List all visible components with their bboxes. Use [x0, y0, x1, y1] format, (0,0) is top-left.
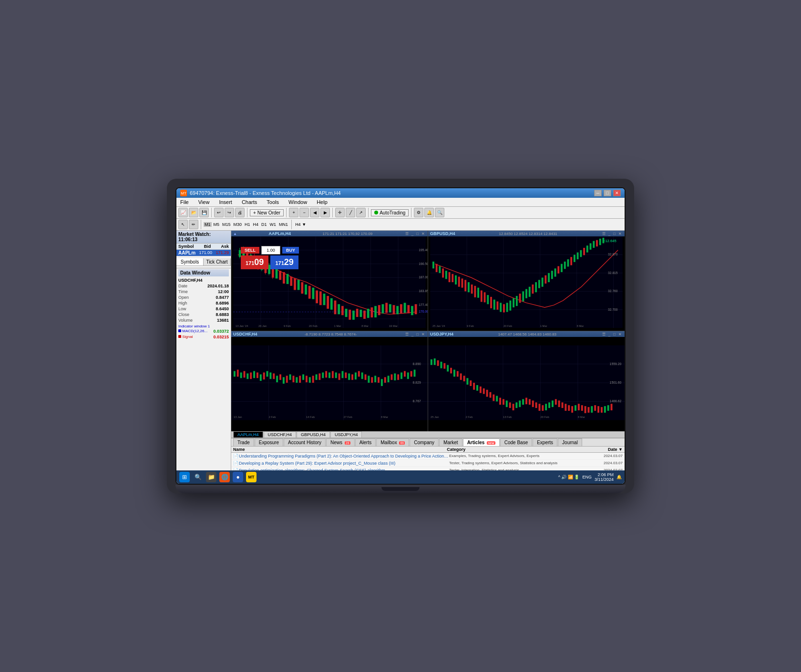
chart-close-icon[interactable]: ✕: [421, 232, 426, 236]
chart-gbpusd-min[interactable]: _: [607, 232, 611, 236]
redo-icon[interactable]: ↪: [225, 208, 234, 217]
crosshair-icon[interactable]: ✛: [335, 208, 345, 217]
chart-menu-icon[interactable]: ☰: [404, 232, 410, 236]
zoom-out-icon[interactable]: −: [299, 208, 309, 217]
menu-charts[interactable]: Charts: [240, 199, 259, 205]
notifications-icon[interactable]: 🔔: [616, 475, 622, 479]
svg-rect-122: [516, 296, 518, 306]
article-row-1[interactable]: 📄 Understanding Programming Paradigms (P…: [231, 453, 625, 460]
chart-minimize-icon[interactable]: _: [411, 232, 414, 236]
quantity-input[interactable]: [261, 246, 280, 255]
scroll-left-icon[interactable]: ◀: [310, 208, 319, 217]
alert-icon[interactable]: 🔔: [424, 208, 434, 217]
market-watch-row[interactable]: AAPLm 171.00 171.29: [176, 250, 231, 256]
chart-usdchf-max[interactable]: □: [415, 332, 420, 336]
browser-taskbar-icon[interactable]: 🌐: [219, 472, 230, 482]
price-display-row: 17109 17129: [241, 255, 299, 269]
chart-usdchf-close[interactable]: ✕: [421, 332, 426, 336]
svg-rect-252: [470, 380, 472, 386]
buy-button[interactable]: BUY: [282, 247, 299, 254]
tick-chart-tab[interactable]: Tick Chart: [204, 258, 231, 265]
menu-help[interactable]: Help: [315, 199, 329, 205]
print-icon[interactable]: 🖨: [235, 208, 245, 217]
chart-usdchf-menu[interactable]: ☰: [404, 332, 410, 336]
maximize-button[interactable]: □: [604, 190, 611, 196]
arrow-icon[interactable]: ↗: [356, 208, 366, 217]
svg-rect-259: [493, 395, 494, 401]
article-row-3[interactable]: 📄 Population optimization algorithms: Ch…: [231, 467, 625, 470]
files-taskbar-icon[interactable]: 📁: [206, 472, 216, 482]
settings-icon[interactable]: ⚙: [414, 208, 423, 217]
search-icon-tb[interactable]: 🔍: [435, 208, 444, 217]
zoom-in-icon[interactable]: +: [289, 208, 298, 217]
chart-tab-usdchf[interactable]: USDCHF,H4: [264, 431, 297, 438]
drawing-tool[interactable]: ✏: [189, 220, 198, 229]
symbols-tab[interactable]: Symbols: [176, 258, 204, 265]
chart-gbpusd-menu[interactable]: ☰: [601, 232, 606, 236]
tab-articles[interactable]: Articles new: [463, 438, 500, 446]
tab-exposure[interactable]: Exposure: [255, 438, 283, 446]
tf-m1[interactable]: M1: [204, 222, 212, 227]
chart-usdjpy-close[interactable]: ✕: [617, 332, 623, 336]
menu-window[interactable]: Window: [287, 199, 309, 205]
opera-taskbar-icon[interactable]: ●: [233, 472, 243, 482]
chart-tab-aaplm[interactable]: AAPLm,H4: [233, 431, 263, 438]
tf-h1[interactable]: H1: [244, 222, 251, 227]
tab-journal[interactable]: Journal: [558, 438, 582, 446]
chart-usdjpy-menu[interactable]: ☰: [601, 332, 606, 336]
tab-market[interactable]: Market: [439, 438, 462, 446]
tf-m5[interactable]: M5: [213, 222, 221, 227]
tab-company[interactable]: Company: [410, 438, 439, 446]
sell-button[interactable]: SELL: [241, 247, 259, 254]
undo-icon[interactable]: ↩: [214, 208, 224, 217]
mt4-taskbar-icon[interactable]: MT: [246, 472, 257, 482]
tf-mn1[interactable]: MN1: [278, 222, 289, 227]
new-chart-icon[interactable]: 📈: [178, 208, 188, 217]
article-title-2: Developing a Replay System (Part 29): Ex…: [239, 461, 449, 466]
tf-m30[interactable]: M30: [233, 222, 243, 227]
cursor-tool[interactable]: ↖: [178, 220, 188, 229]
tab-alerts[interactable]: Alerts: [355, 438, 376, 446]
menu-file[interactable]: File: [178, 199, 191, 205]
chart-usdchf-min[interactable]: _: [411, 332, 414, 336]
left-panel: Market Watch: 11:06:13 Symbol Bid Ask AA…: [176, 231, 231, 470]
chart-tab-gbpusd[interactable]: GBPUSD,H4: [297, 431, 330, 438]
tf-m15[interactable]: M15: [221, 222, 232, 227]
svg-rect-59: [370, 307, 373, 317]
tab-experts[interactable]: Experts: [533, 438, 557, 446]
autotrading-button[interactable]: AutoTrading: [371, 209, 409, 216]
tab-news[interactable]: News 28: [326, 438, 355, 446]
menu-insert[interactable]: Insert: [217, 199, 234, 205]
save-icon[interactable]: 💾: [199, 208, 209, 217]
search-taskbar-icon[interactable]: 🔍: [193, 472, 203, 482]
tab-codebase[interactable]: Code Base: [500, 438, 532, 446]
start-button-taskbar[interactable]: ⊞: [179, 472, 190, 482]
svg-rect-275: [545, 404, 547, 410]
scroll-right-icon[interactable]: ▶: [320, 208, 330, 217]
menu-view[interactable]: View: [196, 199, 212, 205]
menu-tools[interactable]: Tools: [265, 199, 281, 205]
chart-maximize-icon[interactable]: □: [415, 232, 420, 236]
tab-trade[interactable]: Trade: [233, 438, 254, 446]
tf-d1[interactable]: D1: [260, 222, 268, 227]
tab-account-history[interactable]: Account History: [284, 438, 326, 446]
svg-rect-183: [283, 377, 285, 384]
close-button[interactable]: ✕: [613, 190, 621, 196]
chart-usdjpy-max[interactable]: □: [612, 332, 616, 336]
dw-open-row: Open 0.8477: [178, 295, 229, 300]
svg-rect-56: [359, 310, 362, 317]
chart-usdjpy-min[interactable]: _: [607, 332, 611, 336]
svg-text:13 Jan '24: 13 Jan '24: [236, 325, 248, 327]
tf-h4[interactable]: H4: [252, 222, 260, 227]
svg-rect-202: [345, 373, 347, 378]
tab-mailbox[interactable]: Mailbox 66: [376, 438, 409, 446]
article-row-2[interactable]: 📄 Developing a Replay System (Part 29): …: [231, 460, 625, 467]
line-icon[interactable]: ╱: [346, 208, 355, 217]
tf-w1[interactable]: W1: [269, 222, 277, 227]
chart-tab-usdjpy[interactable]: USDJPY,H4: [330, 431, 362, 438]
new-order-button[interactable]: + New Order: [250, 209, 284, 216]
chart-gbpusd-max[interactable]: □: [612, 232, 616, 236]
chart-gbpusd-close[interactable]: ✕: [617, 232, 623, 236]
open-icon[interactable]: 📂: [189, 208, 198, 217]
minimize-button[interactable]: ─: [594, 190, 602, 196]
